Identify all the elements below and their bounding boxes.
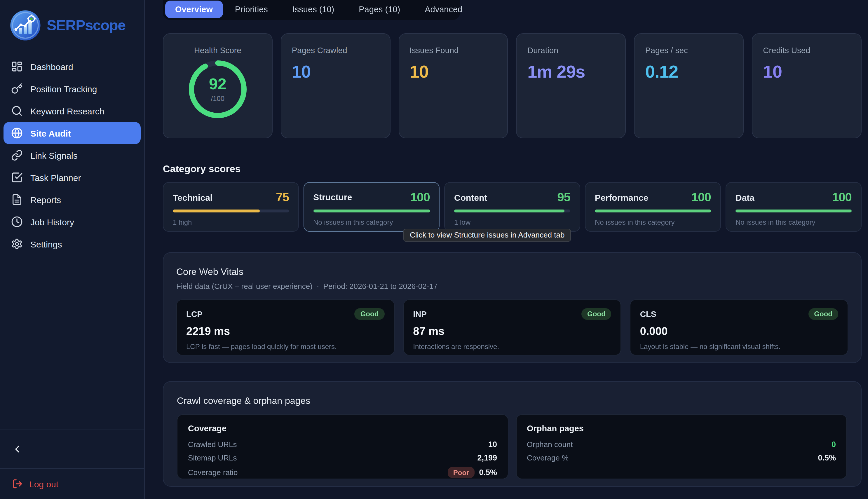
category-name: Structure <box>313 192 352 202</box>
sidebar-item-label: Position Tracking <box>30 84 97 94</box>
stat-label: Pages Crawled <box>292 46 379 55</box>
credits-used-card: Credits Used 10 <box>752 33 861 138</box>
category-score: 100 <box>692 190 711 204</box>
site-audit-app: SERPscope Dashboard Position Tracking Ke… <box>0 0 868 499</box>
category-card-content[interactable]: Content95 1 low <box>444 182 580 232</box>
coverage-row-sitemap-urls: Sitemap URLs 2,199 <box>188 453 497 462</box>
category-progress-fill <box>454 209 564 212</box>
category-score: 100 <box>411 190 430 204</box>
key-icon <box>11 83 23 95</box>
sidebar-item-site-audit[interactable]: Site Audit <box>3 122 141 144</box>
category-progress-fill <box>735 209 852 212</box>
sidebar-item-label: Dashboard <box>30 62 73 72</box>
sidebar-item-keyword-research[interactable]: Keyword Research <box>3 100 141 122</box>
stat-value: 1m 29s <box>527 62 615 82</box>
search-icon <box>11 105 23 117</box>
category-note: No issues in this category <box>595 218 711 227</box>
category-name: Performance <box>595 192 648 202</box>
category-score: 75 <box>276 190 289 204</box>
metric-value: 2219 ms <box>186 325 384 338</box>
brand: SERPscope <box>0 0 144 41</box>
category-progress-fill <box>595 209 711 212</box>
category-card-performance[interactable]: Performance100 No issues in this categor… <box>585 182 721 232</box>
metric-name: LCP <box>186 309 203 319</box>
globe-icon <box>11 127 23 139</box>
sidebar-item-job-history[interactable]: Job History <box>3 211 141 233</box>
gear-icon <box>11 238 23 250</box>
category-progress-fill <box>173 209 260 212</box>
status-badge-good: Good <box>355 308 385 320</box>
stat-value: 10 <box>763 62 851 82</box>
structure-tooltip: Click to view Structure issues in Advanc… <box>403 229 571 242</box>
category-name: Technical <box>173 192 212 202</box>
tab-advanced[interactable]: Advanced <box>412 1 475 18</box>
sidebar-item-label: Keyword Research <box>30 106 104 116</box>
metric-name: CLS <box>640 309 657 319</box>
sidebar-item-dashboard[interactable]: Dashboard <box>3 56 141 77</box>
dashboard-grid-icon <box>11 61 23 72</box>
stats-row: Health Score 92 /100 Pages Crawled 10 <box>163 33 861 138</box>
check-square-icon <box>11 172 23 183</box>
collapse-sidebar-button[interactable] <box>0 430 144 468</box>
sidebar-item-task-planner[interactable]: Task Planner <box>3 166 141 188</box>
category-card-data[interactable]: Data100 No issues in this category <box>725 182 861 232</box>
status-badge-poor: Poor <box>448 467 475 478</box>
stat-label: Duration <box>527 46 615 55</box>
status-badge-good: Good <box>582 308 611 320</box>
category-progress-track <box>173 209 289 212</box>
metric-value: 87 ms <box>413 325 611 338</box>
pages-per-sec-card: Pages / sec 0.12 <box>634 33 744 138</box>
serpscope-logo-icon <box>9 9 41 41</box>
category-progress-fill <box>313 209 430 212</box>
category-note: 1 high <box>173 218 289 227</box>
category-progress-track <box>595 209 711 212</box>
stat-label: Health Score <box>174 46 261 55</box>
category-score: 100 <box>832 190 852 204</box>
core-web-vitals-subtitle: Field data (CrUX – real user experience)… <box>176 282 848 291</box>
issues-found-card: Issues Found 10 <box>399 33 508 138</box>
sidebar-item-label: Link Signals <box>30 150 78 160</box>
crawl-coverage-card: Crawl coverage & orphan pages Coverage C… <box>163 381 861 487</box>
logout-icon <box>12 478 23 489</box>
stat-value: 10 <box>292 62 379 82</box>
inp-metric-card: INPGood 87 ms Interactions are responsiv… <box>403 300 621 355</box>
stat-label: Pages / sec <box>645 46 733 55</box>
tab-issues[interactable]: Issues (10) <box>280 1 346 18</box>
status-badge-good: Good <box>808 308 838 320</box>
category-score: 95 <box>557 190 570 204</box>
health-score-value: 92 <box>209 76 227 92</box>
metric-value: 0.000 <box>640 325 838 338</box>
logout-button[interactable]: Log out <box>0 468 144 499</box>
metric-description: Layout is stable — no significant visual… <box>640 343 838 351</box>
clock-icon <box>11 216 23 228</box>
metric-description: LCP is fast — pages load quickly for mos… <box>186 343 384 351</box>
category-card-technical[interactable]: Technical75 1 high <box>163 182 299 232</box>
stat-label: Credits Used <box>763 46 851 55</box>
category-card-structure[interactable]: Structure100 No issues in this category <box>304 182 440 232</box>
category-name: Data <box>735 192 755 202</box>
sidebar-nav: Dashboard Position Tracking Keyword Rese… <box>0 56 144 255</box>
stat-label: Issues Found <box>409 46 497 55</box>
orphan-pages-card-title: Orphan pages <box>527 424 836 433</box>
orphan-pages-card: Orphan pages Orphan count 0 Coverage % 0… <box>516 414 847 479</box>
health-score-ring: 92 /100 <box>174 59 261 120</box>
tab-overview[interactable]: Overview <box>165 1 223 18</box>
sidebar-item-link-signals[interactable]: Link Signals <box>3 144 141 166</box>
audit-tabbar: Overview Priorities Issues (10) Pages (1… <box>163 0 460 20</box>
sidebar-item-label: Reports <box>30 195 61 205</box>
pages-crawled-card: Pages Crawled 10 <box>281 33 391 138</box>
sidebar-item-settings[interactable]: Settings <box>3 233 141 255</box>
category-note: 1 low <box>454 218 570 227</box>
sidebar-item-position-tracking[interactable]: Position Tracking <box>3 77 141 100</box>
health-score-max: /100 <box>211 94 224 102</box>
tab-pages[interactable]: Pages (10) <box>346 1 412 18</box>
lcp-metric-card: LCPGood 2219 ms LCP is fast — pages load… <box>176 300 394 355</box>
link-icon <box>11 149 23 161</box>
coverage-card: Coverage Crawled URLs 10 Sitemap URLs 2,… <box>177 414 508 479</box>
sidebar-item-reports[interactable]: Reports <box>3 188 141 211</box>
tab-priorities[interactable]: Priorities <box>223 1 280 18</box>
orphan-row-coverage: Coverage % 0.5% <box>527 453 836 462</box>
category-scores-row: Technical75 1 high Structure100 No issue… <box>163 182 861 232</box>
stat-value: 10 <box>409 62 497 82</box>
category-progress-track <box>454 209 570 212</box>
